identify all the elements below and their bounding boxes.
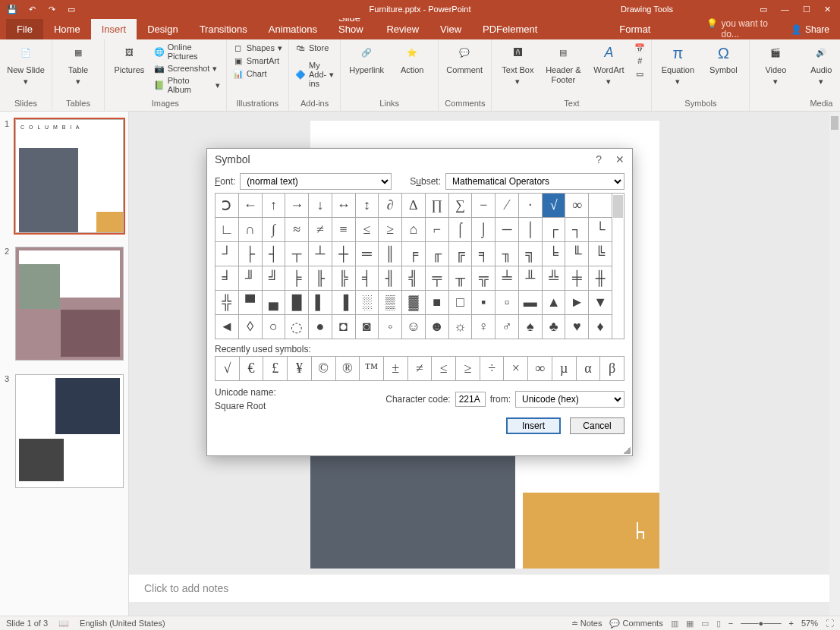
action-button[interactable]: ⭐Action [392, 43, 432, 75]
symbol-cell[interactable]: − [472, 194, 496, 218]
zoom-level[interactable]: 57% [801, 619, 818, 628]
recent-symbol-cell[interactable]: µ [552, 357, 577, 381]
recent-symbol-cell[interactable]: ≥ [456, 357, 480, 381]
symbol-cell[interactable]: ∙ [519, 194, 543, 218]
symbol-cell[interactable]: ■ [426, 291, 449, 315]
zoom-in-button[interactable]: + [789, 619, 794, 628]
tab-view[interactable]: View [429, 19, 472, 39]
symbol-cell[interactable]: ╨ [519, 266, 543, 291]
symbol-cell[interactable]: ╕ [472, 242, 496, 266]
tab-design[interactable]: Design [137, 19, 188, 39]
vertical-scrollbar[interactable] [829, 112, 840, 616]
symbol-cell[interactable]: ♣ [543, 315, 566, 339]
symbol-cell[interactable]: ▲ [543, 291, 566, 315]
symbol-cell[interactable]: ┘ [216, 242, 239, 266]
symbol-cell[interactable]: ╗ [519, 242, 543, 266]
symbol-cell[interactable]: ∫ [263, 218, 286, 242]
symbol-cell[interactable]: ☻ [426, 315, 449, 339]
insert-button[interactable]: Insert [506, 417, 561, 434]
symbol-cell[interactable]: ≥ [379, 218, 402, 242]
notes-placeholder[interactable]: Click to add notes [129, 575, 840, 602]
symbol-cell[interactable]: ● [309, 315, 332, 339]
symbol-cell[interactable]: │ [519, 218, 543, 242]
symbol-cell[interactable]: ▒ [379, 291, 402, 315]
text-box-button[interactable]: 🅰Text Box▾ [498, 43, 537, 87]
tab-home[interactable]: Home [43, 19, 91, 39]
slideshow-view-icon[interactable]: ▯ [716, 619, 721, 628]
tab-file[interactable]: File [6, 19, 43, 39]
symbol-cell[interactable] [589, 194, 612, 218]
symbol-cell[interactable]: ╢ [379, 266, 402, 291]
tab-transitions[interactable]: Transitions [189, 19, 258, 39]
notes-button[interactable]: ≐ Notes [571, 619, 602, 628]
date-time-button[interactable]: 📅 [634, 43, 645, 53]
chart-button[interactable]: 📊Chart [233, 68, 282, 79]
new-slide-button[interactable]: 📄New Slide▾ [6, 43, 46, 87]
symbol-cell[interactable]: └ [589, 218, 612, 242]
symbol-cell[interactable]: ↑ [263, 194, 286, 218]
symbol-cell[interactable]: ⌠ [449, 218, 473, 242]
symbol-cell[interactable]: ╦ [472, 266, 496, 291]
redo-icon[interactable]: ↷ [46, 3, 58, 15]
symbol-cell[interactable]: ⌂ [402, 218, 426, 242]
recent-symbol-cell[interactable]: β [600, 357, 624, 381]
symbol-cell[interactable]: ☼ [449, 315, 473, 339]
symbol-cell[interactable]: □ [449, 291, 473, 315]
symbol-cell[interactable]: ≠ [309, 218, 332, 242]
symbol-cell[interactable]: ┼ [332, 242, 356, 266]
symbol-cell[interactable]: ♦ [589, 315, 612, 339]
symbol-cell[interactable]: ▬ [519, 291, 543, 315]
undo-icon[interactable]: ↶ [26, 3, 38, 15]
symbol-cell[interactable]: ▌ [309, 291, 332, 315]
cancel-button[interactable]: Cancel [570, 417, 624, 434]
symbol-cell[interactable]: ◄ [216, 315, 239, 339]
symbol-cell[interactable]: ┴ [309, 242, 332, 266]
symbol-cell[interactable]: ◊ [239, 315, 263, 339]
close-icon[interactable]: ✕ [824, 5, 831, 14]
symbol-cell[interactable]: ♂ [496, 315, 519, 339]
symbol-cell[interactable]: ╚ [589, 242, 612, 266]
shapes-button[interactable]: ◻Shapes ▾ [233, 43, 282, 53]
symbol-cell[interactable]: ┐ [565, 218, 589, 242]
close-dialog-icon[interactable]: ✕ [615, 153, 624, 165]
symbol-cell[interactable]: ○ [263, 315, 286, 339]
symbol-cell[interactable]: ∕ [496, 194, 519, 218]
symbol-cell[interactable]: ∏ [426, 194, 449, 218]
symbol-cell[interactable]: ░ [356, 291, 379, 315]
char-code-input[interactable] [455, 392, 486, 407]
recent-symbol-cell[interactable]: € [240, 357, 264, 381]
symbol-cell[interactable]: ╓ [426, 242, 449, 266]
thumbnail-3[interactable]: 3 [5, 374, 124, 488]
maximize-icon[interactable]: ☐ [803, 5, 810, 14]
fit-to-window-icon[interactable]: ⛶ [826, 619, 834, 628]
symbol-cell[interactable]: ┬ [285, 242, 309, 266]
tab-pdfelement[interactable]: PDFelement [472, 19, 548, 39]
my-addins-button[interactable]: 🔷My Add-ins ▾ [295, 61, 334, 88]
symbol-cell[interactable]: ▫ [496, 291, 519, 315]
normal-view-icon[interactable]: ▥ [671, 619, 678, 628]
symbol-cell[interactable]: ▼ [589, 291, 612, 315]
symbol-cell[interactable]: ╧ [496, 266, 519, 291]
symbol-cell[interactable]: ║ [379, 242, 402, 266]
equation-button[interactable]: πEquation▾ [658, 43, 697, 87]
recent-symbol-cell[interactable]: £ [263, 357, 288, 381]
from-select[interactable]: Unicode (hex) [515, 391, 624, 408]
font-select[interactable]: (normal text) [240, 173, 392, 190]
video-button[interactable]: 🎬Video▾ [756, 43, 795, 87]
symbol-cell[interactable]: ∑ [449, 194, 473, 218]
minimize-icon[interactable]: ― [781, 5, 789, 14]
reading-view-icon[interactable]: ▭ [701, 619, 709, 628]
symbol-cell[interactable]: ╪ [565, 266, 589, 291]
symbol-cell[interactable]: ∞ [565, 194, 589, 218]
resize-handle[interactable] [623, 446, 631, 454]
thumbnail-2[interactable]: 2 [5, 247, 124, 361]
symbol-cell[interactable]: ∆ [402, 194, 426, 218]
comment-button[interactable]: 💬Comment [445, 43, 484, 75]
symbol-cell[interactable]: ← [239, 194, 263, 218]
symbol-cell[interactable]: ╝ [263, 266, 286, 291]
symbol-grid-scrollbar[interactable] [612, 193, 624, 339]
symbol-cell[interactable]: ∩ [239, 218, 263, 242]
symbol-cell[interactable]: ═ [356, 242, 379, 266]
recent-symbol-cell[interactable]: ± [384, 357, 408, 381]
symbol-cell[interactable]: ◦ [379, 315, 402, 339]
